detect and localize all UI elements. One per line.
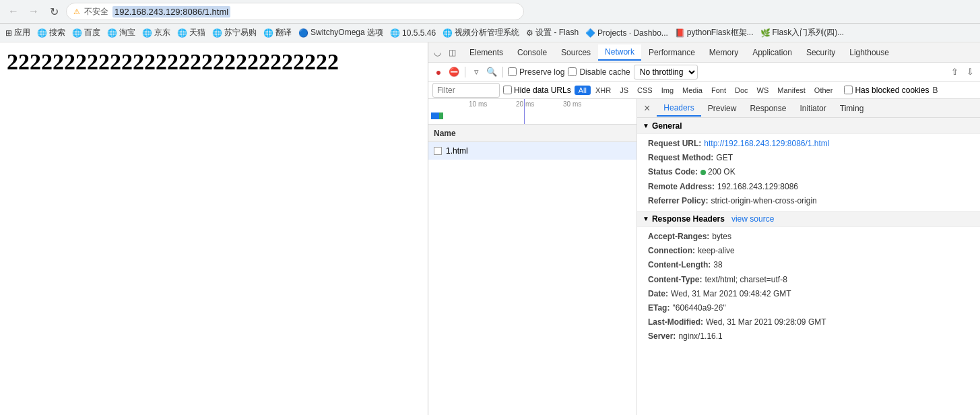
bookmark-search[interactable]: 🌐 搜索 (37, 27, 65, 38)
filter-type-xhr[interactable]: XHR (591, 86, 615, 95)
request-details: × Headers Preview Response Initiator Tim… (637, 99, 980, 415)
tab-lighthouse[interactable]: Lighthouse (843, 45, 896, 60)
clear-button[interactable]: ⛔ (448, 66, 460, 78)
address-text: 192.168.243.129:8086/1.html (112, 6, 230, 18)
tab-performance[interactable]: Performance (642, 45, 702, 60)
filter-type-img[interactable]: Img (657, 86, 678, 95)
tab-application[interactable]: Application (746, 45, 799, 60)
tab-network[interactable]: Network (598, 44, 641, 61)
general-section-header[interactable]: ▼ General (637, 118, 980, 134)
network-names-list: 1.html (428, 142, 636, 415)
network-left: 10 ms 20 ms 30 ms Name (428, 99, 637, 415)
request-tab-timing[interactable]: Timing (833, 101, 871, 116)
prop-val-status: 200 OK (708, 166, 736, 179)
resp-header-etag: ETag: "606440a9-26" (648, 301, 969, 315)
forward-button[interactable]: → (26, 3, 42, 20)
security-warning-icon: ⚠ (73, 7, 80, 16)
devtools-panel: ◡ ◫ Elements Console Sources Network Per… (428, 42, 980, 415)
view-source-link[interactable]: view source (731, 214, 774, 224)
hide-data-urls-label[interactable]: Hide data URLs (503, 86, 571, 95)
request-tab-headers[interactable]: Headers (657, 100, 700, 117)
filter-type-doc[interactable]: Doc (731, 86, 752, 95)
filter-type-css[interactable]: CSS (633, 86, 657, 95)
disable-cache-label[interactable]: Disable cache (568, 67, 630, 77)
timeline-label-30: 30 ms (563, 100, 581, 108)
inspect-icon[interactable]: ◡ (431, 46, 443, 59)
network-row[interactable]: 1.html (428, 142, 636, 160)
bookmark-switchyomega[interactable]: 🔵 SwitchyOmega 选项 (298, 27, 383, 38)
prop-status-code: Status Code: 200 OK (648, 165, 969, 179)
export-btn[interactable]: ⇩ (964, 66, 976, 78)
blocked-cookies-label[interactable]: Has blocked cookies (844, 86, 929, 95)
prop-val-method: GET (716, 152, 733, 164)
resp-val-server: nginx/1.16.1 (678, 330, 722, 343)
hide-data-urls-checkbox[interactable] (503, 86, 512, 94)
tab-sources[interactable]: Sources (554, 45, 597, 60)
main-area: 22222222222222222222222222222 ◡ ◫ Elemen… (0, 42, 980, 415)
filter-input[interactable] (432, 83, 500, 98)
prop-key-remote: Remote Address: (648, 181, 715, 193)
bookmark-video[interactable]: 🌐 视频分析管理系统 (443, 27, 519, 38)
response-headers-section: ▼ Response Headers view source Accept-Ra… (637, 211, 980, 347)
general-section-label: General (652, 121, 682, 131)
tab-elements[interactable]: Elements (463, 45, 510, 60)
blocked-cookies-checkbox[interactable] (844, 86, 853, 94)
filter-type-media[interactable]: Media (678, 86, 707, 95)
bookmark-jd[interactable]: 🌐 京东 (142, 27, 170, 38)
general-section: ▼ General Request URL: http://192.168.24… (637, 118, 980, 211)
bookmark-ip[interactable]: 🌐 10.5.5.46 (390, 28, 436, 38)
bookmark-suning[interactable]: 🌐 苏宁易购 (212, 27, 257, 38)
resp-val-accept-ranges: bytes (712, 230, 731, 243)
import-btn[interactable]: ⇧ (948, 66, 960, 78)
browser-chrome: ← → ↻ ⚠ 不安全 192.168.243.129:8086/1.html (0, 0, 980, 24)
prop-request-url: Request URL: http://192.168.243.129:8086… (648, 137, 969, 151)
prop-val-referrer: strict-origin-when-cross-origin (711, 195, 816, 208)
resp-val-connection: keep-alive (698, 245, 735, 257)
filter-bar: Hide data URLs All XHR JS CSS Img Media … (428, 82, 980, 99)
throttle-select[interactable]: No throttling (634, 65, 698, 79)
request-tab-preview[interactable]: Preview (701, 101, 744, 116)
search-btn[interactable]: 🔍 (486, 66, 498, 78)
request-tab-initiator[interactable]: Initiator (793, 101, 832, 116)
tab-console[interactable]: Console (511, 45, 554, 60)
resp-val-date: Wed, 31 Mar 2021 09:48:42 GMT (671, 288, 791, 300)
bookmark-flask1[interactable]: 📕 pythonFlask框架... (675, 27, 754, 38)
filter-type-ws[interactable]: WS (753, 86, 773, 95)
request-tabs-bar: × Headers Preview Response Initiator Tim… (637, 99, 980, 118)
bookmark-flash[interactable]: ⚙ 设置 - Flash (526, 27, 579, 38)
prop-key-status: Status Code: (648, 166, 698, 179)
bookmark-translate[interactable]: 🌐 翻译 (263, 27, 292, 38)
filter-type-js[interactable]: JS (616, 86, 632, 95)
bookmark-apps[interactable]: ⊞ 应用 (5, 27, 30, 38)
reload-button[interactable]: ↻ (46, 3, 62, 20)
file-checkbox[interactable] (434, 147, 442, 155)
resp-header-content-length: Content-Length: 38 (648, 258, 969, 272)
record-button[interactable]: ● (432, 66, 445, 78)
preserve-log-checkbox[interactable] (508, 67, 517, 76)
disable-cache-checkbox[interactable] (568, 67, 577, 76)
filter-type-all[interactable]: All (575, 86, 591, 95)
bookmark-flask2[interactable]: 🌿 Flask入门系列(四)... (760, 27, 845, 38)
resp-key-etag: ETag: (648, 302, 669, 315)
response-headers-section-header[interactable]: ▼ Response Headers view source (637, 211, 980, 227)
bookmark-tianmao[interactable]: 🌐 天猫 (177, 27, 205, 38)
general-chevron-icon: ▼ (643, 122, 649, 129)
resp-val-last-modified: Wed, 31 Mar 2021 09:28:09 GMT (706, 316, 826, 329)
close-request-btn[interactable]: × (640, 101, 654, 116)
filter-type-other[interactable]: Other (810, 86, 837, 95)
back-button[interactable]: ← (5, 3, 22, 20)
request-content: ▼ General Request URL: http://192.168.24… (637, 118, 980, 415)
request-tab-response[interactable]: Response (743, 101, 793, 116)
address-bar[interactable]: ⚠ 不安全 192.168.243.129:8086/1.html (66, 3, 524, 20)
bookmark-taobao[interactable]: 🌐 淘宝 (107, 27, 135, 38)
filter-type-manifest[interactable]: Manifest (773, 86, 810, 95)
bookmark-projects[interactable]: 🔷 Projects · Dashbo... (585, 28, 668, 38)
tab-security[interactable]: Security (799, 45, 842, 60)
bookmark-baidu[interactable]: 🌐 百度 (72, 27, 100, 38)
tab-memory[interactable]: Memory (703, 45, 745, 60)
device-icon[interactable]: ◫ (446, 46, 458, 59)
filter-type-font[interactable]: Font (707, 86, 730, 95)
filter-icon-btn[interactable]: ▿ (470, 66, 482, 78)
preserve-log-label[interactable]: Preserve log (508, 67, 564, 77)
resp-key-content-length: Content-Length: (648, 259, 711, 272)
